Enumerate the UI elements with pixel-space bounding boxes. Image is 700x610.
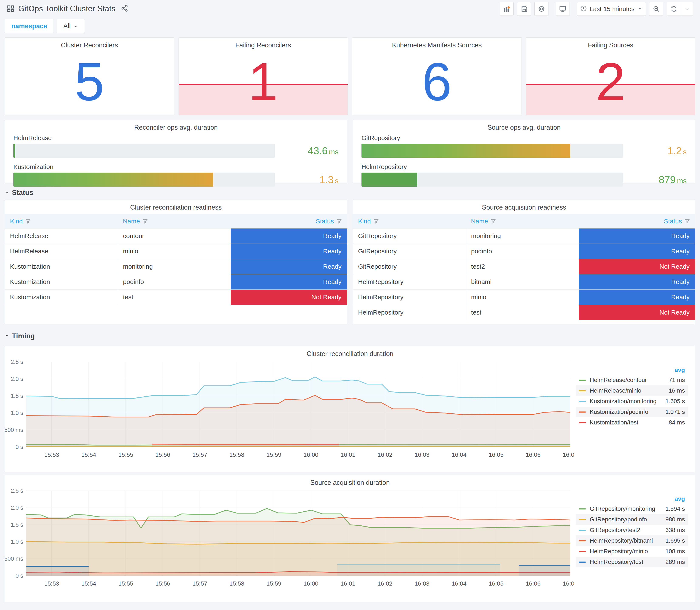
- table-row[interactable]: KustomizationpodinfoReady: [5, 274, 347, 289]
- table-row[interactable]: KustomizationtestNot Ready: [5, 289, 347, 305]
- legend-item[interactable]: HelmRelease/contour71 ms: [576, 375, 688, 385]
- panel-title: Source ops avg. duration: [361, 120, 687, 131]
- share-icon[interactable]: [121, 5, 128, 13]
- gauge-panel-reconciler-ops[interactable]: Reconciler ops avg. duration HelmRelease…: [5, 120, 347, 183]
- zoom-out-button[interactable]: [649, 2, 663, 16]
- column-header-status[interactable]: Status: [231, 214, 347, 228]
- svg-text:15:54: 15:54: [81, 451, 96, 458]
- chart-legend: avgHelmRelease/contour71 msHelmRelease/m…: [574, 358, 695, 465]
- chart-panel-source-acquisition-duration[interactable]: Source acquisition duration 0 s500 ms1.0…: [5, 475, 695, 603]
- stat-panel-cluster-reconcilers[interactable]: Cluster Reconcilers 5: [5, 37, 174, 115]
- gauge-track: [13, 144, 275, 158]
- chevron-down-icon: [74, 24, 78, 29]
- cell-kind: HelmRelease: [5, 244, 118, 259]
- cell-status: Not Ready: [579, 259, 695, 274]
- cycle-view-button[interactable]: [556, 2, 570, 16]
- stat-panel-failing-sources[interactable]: Failing Sources 2: [526, 37, 696, 115]
- legend-item[interactable]: HelmRepository/minio108 ms: [576, 546, 688, 557]
- stat-panel-k8s-manifests-sources[interactable]: Kubernetes Manifests Sources 6: [352, 37, 522, 115]
- svg-text:15:55: 15:55: [118, 580, 133, 587]
- series-avg-value: 1.071 s: [665, 408, 685, 415]
- cell-kind: GitRepository: [353, 244, 466, 259]
- svg-text:2.5 s: 2.5 s: [11, 359, 23, 365]
- status-badge: Ready: [231, 274, 347, 289]
- gauge-panel-source-ops[interactable]: Source ops avg. duration GitRepository1.…: [353, 120, 695, 183]
- dashboard-settings-button[interactable]: [535, 2, 549, 16]
- panel-title: Failing Sources: [526, 38, 695, 49]
- cell-name: minio: [466, 289, 579, 305]
- legend-item[interactable]: GitRepository/test2338 ms: [576, 525, 688, 535]
- table-row[interactable]: HelmReleaseminioReady: [5, 244, 347, 259]
- cell-kind: Kustomization: [5, 289, 118, 305]
- table-row[interactable]: HelmRepositorytestNot Ready: [353, 305, 695, 320]
- column-header-name[interactable]: Name: [466, 214, 579, 228]
- table-row[interactable]: GitRepositorytest2Not Ready: [353, 259, 695, 274]
- table-row[interactable]: HelmRepositoryminioReady: [353, 289, 695, 305]
- series-color-swatch: [579, 380, 586, 381]
- stat-panel-failing-reconcilers[interactable]: Failing Reconcilers 1: [179, 37, 348, 115]
- gauge-label: GitRepository: [361, 134, 687, 142]
- cell-status: Ready: [579, 244, 695, 259]
- chevron-down-icon: [5, 190, 9, 195]
- panel-title: Source acquisition duration: [5, 475, 695, 486]
- gauge-label: HelmRelease: [13, 134, 339, 142]
- svg-text:16:04: 16:04: [452, 580, 467, 587]
- page-title: GitOps Toolkit Cluster Stats: [18, 4, 115, 13]
- series-avg-value: 1.605 s: [665, 398, 685, 405]
- panel-title: Source acquisition readiness: [353, 200, 695, 211]
- svg-text:16:02: 16:02: [378, 580, 392, 587]
- table-row[interactable]: KustomizationmonitoringReady: [5, 259, 347, 274]
- add-panel-button[interactable]: [500, 2, 514, 16]
- legend-item[interactable]: Kustomization/podinfo1.071 s: [576, 406, 688, 417]
- status-badge: Not Ready: [579, 259, 695, 274]
- table-row[interactable]: HelmReleasecontourReady: [5, 228, 347, 244]
- series-color-swatch: [579, 519, 586, 520]
- timeseries-plot: 0 s500 ms1.0 s1.5 s2.0 s2.5 s15:5315:541…: [5, 358, 574, 465]
- section-title: Timing: [12, 332, 35, 340]
- svg-text:0 s: 0 s: [16, 444, 23, 450]
- table-panel-source-readiness[interactable]: Source acquisition readiness KindNameSta…: [353, 199, 695, 324]
- column-header-name[interactable]: Name: [118, 214, 231, 228]
- section-title: Status: [12, 189, 33, 197]
- svg-text:2.0 s: 2.0 s: [11, 504, 23, 511]
- tables-row: Cluster reconciliation readiness KindNam…: [5, 199, 695, 324]
- legend-item[interactable]: Kustomization/test84 ms: [576, 417, 688, 428]
- table-row[interactable]: HelmRepositorybitnamiReady: [353, 274, 695, 289]
- svg-text:16:02: 16:02: [378, 451, 392, 458]
- svg-text:16:00: 16:00: [304, 451, 318, 458]
- gauge-fill: [13, 144, 15, 158]
- time-range-picker[interactable]: Last 15 minutes: [577, 2, 646, 16]
- legend-item[interactable]: GitRepository/podinfo980 ms: [576, 514, 688, 525]
- gauge-helmrelease: HelmRelease43.6ms: [13, 134, 339, 158]
- save-dashboard-button[interactable]: [517, 2, 531, 16]
- chart-panel-cluster-reconciliation-duration[interactable]: Cluster reconciliation duration 0 s500 m…: [5, 346, 695, 472]
- legend-item[interactable]: HelmRepository/test289 ms: [576, 557, 688, 567]
- refresh-button[interactable]: [667, 2, 681, 16]
- legend-item[interactable]: HelmRepository/bitnami1.695 s: [576, 535, 688, 546]
- apps-grid-icon[interactable]: [7, 5, 14, 13]
- section-timing[interactable]: Timing: [5, 329, 695, 343]
- column-header-status[interactable]: Status: [579, 214, 695, 228]
- readiness-table: KindNameStatusHelmReleasecontourReadyHel…: [5, 214, 347, 305]
- panel-title: Reconciler ops avg. duration: [13, 120, 339, 131]
- legend-item[interactable]: HelmRelease/minio16 ms: [576, 385, 688, 396]
- column-header-kind[interactable]: Kind: [5, 214, 118, 228]
- legend-item[interactable]: GitRepository/monitoring1.594 s: [576, 503, 688, 514]
- svg-text:15:58: 15:58: [229, 580, 244, 587]
- svg-text:16:07: 16:07: [563, 451, 574, 458]
- cell-name: contour: [118, 228, 231, 244]
- table-row[interactable]: GitRepositorypodinfoReady: [353, 244, 695, 259]
- svg-text:1.0 s: 1.0 s: [11, 410, 23, 416]
- column-header-kind[interactable]: Kind: [353, 214, 466, 228]
- variable-namespace-value-dropdown[interactable]: All: [57, 19, 85, 33]
- table-panel-cluster-readiness[interactable]: Cluster reconciliation readiness KindNam…: [5, 199, 347, 324]
- variable-namespace-label[interactable]: namespace: [5, 19, 54, 33]
- svg-text:15:57: 15:57: [192, 580, 207, 587]
- refresh-interval-chevron-icon[interactable]: [681, 2, 693, 16]
- legend-item[interactable]: Kustomization/monitoring1.605 s: [576, 396, 688, 406]
- table-row[interactable]: GitRepositorymonitoringReady: [353, 228, 695, 244]
- chart-legend: avgGitRepository/monitoring1.594 sGitRep…: [574, 487, 695, 594]
- svg-text:2.0 s: 2.0 s: [11, 376, 23, 382]
- section-status[interactable]: Status: [5, 186, 695, 199]
- cell-status: Ready: [231, 259, 347, 274]
